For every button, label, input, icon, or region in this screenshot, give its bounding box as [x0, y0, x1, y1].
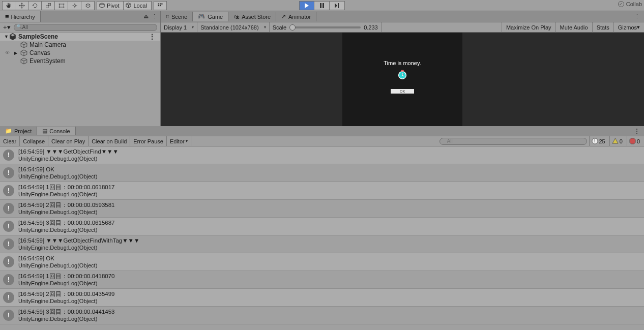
log-text: [16:54:59] OKUnityEngine.Debug:Log(Objec… — [18, 255, 97, 269]
info-icon: ! — [3, 203, 14, 214]
stats-toggle[interactable]: Stats — [592, 22, 613, 33]
display-dropdown[interactable]: Display 1 — [161, 22, 197, 32]
hierarchy-tab[interactable]: Hierarchy — [0, 11, 41, 22]
console-log-list[interactable]: ![16:54:59] ▼▼▼GetObjectFind▼▼▼UnityEngi… — [0, 146, 644, 330]
create-dropdown[interactable]: +▾ — [3, 23, 11, 31]
scene-row[interactable]: ▼ SampleScene ⋮ — [0, 33, 160, 41]
console-log-row[interactable]: ![16:54:59] 1回目：00:00:00.0418070UnityEng… — [0, 271, 644, 289]
hand-tool[interactable] — [2, 1, 15, 10]
local-toggle[interactable]: Local — [124, 1, 151, 10]
error-counter[interactable]: 0 — [627, 136, 642, 146]
move-tool[interactable] — [15, 1, 28, 10]
log-text: [16:54:59] 1回目：00:00:00.0618017UnityEngi… — [18, 184, 114, 198]
svg-point-6 — [63, 7, 64, 8]
transform-tool[interactable] — [68, 1, 81, 10]
clear-on-play-toggle[interactable]: Clear on Play — [48, 136, 89, 146]
info-icon: ! — [3, 292, 14, 303]
scene-menu-icon[interactable]: ⋮ — [149, 33, 160, 40]
gameobject-icon — [20, 57, 27, 65]
tab-project[interactable]: 📁Project — [0, 127, 37, 135]
tab-label: Asset Store — [242, 14, 271, 20]
svg-point-4 — [63, 4, 64, 5]
tab-assetstore[interactable]: 🛍Asset Store — [228, 12, 276, 21]
hierarchy-lock-icon[interactable]: ⏏ — [143, 13, 149, 20]
console-log-row[interactable]: ![16:54:59] 3回目：00:00:00.0441453UnityEng… — [0, 307, 644, 324]
pause-button[interactable] — [314, 1, 330, 10]
maximize-toggle[interactable]: Maximize On Play — [502, 22, 555, 33]
console-log-row[interactable]: ![16:54:59] 2回目：00:00:00.0593581UnityEng… — [0, 200, 644, 218]
hierarchy-search-bar: +▾ All — [0, 22, 160, 33]
hierarchy-item-canvas[interactable]: 👁 ▶ Canvas — [0, 49, 160, 57]
tab-game[interactable]: 🎮Game — [193, 12, 228, 21]
info-icon: ! — [3, 149, 14, 161]
scale-label: Scale — [273, 24, 287, 31]
error-pause-toggle[interactable]: Error Pause — [130, 136, 167, 146]
clear-button[interactable]: Clear — [0, 136, 20, 146]
visibility-icon[interactable]: 👁 — [5, 50, 10, 55]
console-log-row[interactable]: ![16:54:59] OKUnityEngine.Debug:Log(Obje… — [0, 253, 644, 271]
gizmos-dropdown[interactable]: Gizmos ▾ — [613, 22, 644, 33]
collab-label: Collab — [626, 1, 642, 7]
transform-tools — [2, 1, 95, 10]
tab-animator[interactable]: ↗Animator — [276, 12, 316, 21]
rect-tool[interactable] — [55, 1, 68, 10]
local-label: Local — [133, 3, 147, 9]
console-log-row[interactable]: ![16:54:59] OKUnityEngine.Debug:Log(Obje… — [0, 164, 644, 182]
warn-counter[interactable]: 0 — [609, 136, 625, 146]
tab-scene[interactable]: ⌗Scene — [161, 12, 193, 21]
info-icon: ! — [3, 256, 14, 267]
snap-toggle[interactable] — [154, 1, 167, 10]
scale-value: 0.233 — [364, 24, 378, 31]
console-log-row[interactable]: ![16:54:59] ▼▼▼GetObjectFindWithTag▼▼▼Un… — [0, 235, 644, 253]
hierarchy-panel: Hierarchy ⏏ ⋮ +▾ All ▼ SampleScene ⋮ Mai… — [0, 11, 161, 126]
rotate-tool[interactable] — [28, 1, 42, 10]
collab-button[interactable]: ✓ Collab — [618, 1, 642, 7]
collapse-toggle[interactable]: Collapse — [20, 136, 48, 146]
info-counter[interactable]: ! 25 — [589, 136, 607, 146]
console-log-row[interactable]: ![16:54:59] ▼▼▼GetObjectFind▼▼▼UnityEngi… — [0, 146, 644, 164]
scene-panel: ⌗Scene 🎮Game 🛍Asset Store ↗Animator ⋮ Di… — [161, 11, 644, 126]
hierarchy-item-camera[interactable]: Main Camera — [0, 41, 160, 49]
log-text: [16:54:59] ▼▼▼GetObjectFindWithTag▼▼▼Uni… — [18, 237, 139, 251]
hierarchy-item-eventsystem[interactable]: EventSystem — [0, 57, 160, 65]
log-text: [16:54:59] 1回目：00:00:00.0418070UnityEngi… — [18, 273, 114, 287]
svg-rect-14 — [323, 3, 324, 8]
error-count: 0 — [637, 138, 640, 144]
resolution-dropdown[interactable]: Standalone (1024x768) — [197, 22, 269, 32]
svg-rect-2 — [59, 4, 64, 7]
scene-tab-bar: ⌗Scene 🎮Game 🛍Asset Store ↗Animator ⋮ — [161, 11, 644, 22]
console-log-row[interactable]: ![16:54:59] 2回目：00:00:00.0435499UnityEng… — [0, 289, 644, 307]
store-icon: 🛍 — [233, 14, 239, 20]
svg-rect-8 — [158, 3, 159, 4]
clear-on-build-toggle[interactable]: Clear on Build — [89, 136, 130, 146]
info-icon: ! — [3, 238, 14, 250]
tab-console[interactable]: ▤Console — [37, 127, 75, 135]
resolution-label: Standalone (1024x768) — [200, 24, 258, 31]
custom-tool[interactable] — [81, 1, 95, 10]
hierarchy-menu-icon[interactable]: ⋮ — [152, 13, 157, 20]
svg-rect-11 — [158, 5, 159, 6]
console-log-row[interactable]: ![16:54:59] 1回目：00:00:00.0618017UnityEng… — [0, 182, 644, 200]
game-ok-button[interactable]: OK — [391, 89, 414, 94]
step-button[interactable] — [330, 1, 345, 10]
scale-tool[interactable] — [42, 1, 55, 10]
log-text: [16:54:59] OKUnityEngine.Debug:Log(Objec… — [18, 166, 97, 180]
mute-toggle[interactable]: Mute Audio — [555, 22, 592, 33]
hierarchy-tools: ⏏ ⋮ — [143, 13, 160, 20]
log-text: [16:54:59] 3回目：00:00:00.0615687UnityEngi… — [18, 219, 114, 233]
pivot-toggle[interactable]: Pivot — [97, 1, 124, 10]
game-icon: 🎮 — [198, 13, 205, 20]
log-text: [16:54:59] 2回目：00:00:00.0593581UnityEngi… — [18, 201, 114, 216]
play-button[interactable] — [299, 1, 314, 10]
scene-tab-menu[interactable]: ⋮ — [634, 13, 644, 20]
expand-icon[interactable]: ▶ — [14, 51, 17, 55]
lower-tab-menu[interactable]: ⋮ — [634, 128, 644, 135]
expand-icon[interactable]: ▼ — [4, 34, 9, 39]
editor-dropdown[interactable]: Editor — [167, 136, 191, 146]
console-log-row[interactable]: ![16:54:59] 3回目：00:00:00.0615687UnityEng… — [0, 218, 644, 235]
toolbar-right: ✓ Collab — [618, 1, 642, 7]
scale-slider[interactable] — [289, 26, 361, 28]
console-search-input[interactable] — [440, 138, 587, 145]
hierarchy-search[interactable]: All — [14, 24, 157, 31]
slider-knob[interactable] — [289, 24, 296, 31]
